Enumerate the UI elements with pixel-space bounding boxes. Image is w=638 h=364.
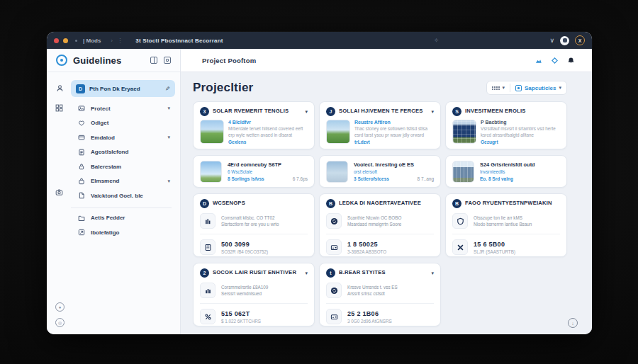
stat-card[interactable]: B LEDKA DI NAGERTAVEATIVEE Scanthie Ntcw… xyxy=(319,193,441,257)
mini-card[interactable]: S24 Grtsrlenlsfdt outd Invsrnteedlls Eo.… xyxy=(445,155,567,188)
chevron-down-icon[interactable]: ▾ xyxy=(305,109,308,115)
help-circle-icon[interactable]: ● xyxy=(55,302,65,312)
mini-card-value: 8 7..ang xyxy=(418,176,435,181)
project-card[interactable]: 3 SOLAR RVEMERIT TENGLIS ▾ 4 Blcldfvr Mr… xyxy=(193,101,315,149)
card-title: WCSENGPS xyxy=(213,200,308,206)
mini-card[interactable]: 4Erd eomneuby S6TP 6 WscSctale 8 Sorling… xyxy=(193,155,315,188)
stat-info-line1: Scanthie Ntcwin OC BOBO xyxy=(347,215,401,221)
sidebar-item-elmsmend[interactable]: Elmsmend ▾ xyxy=(47,174,180,189)
panel-icon[interactable] xyxy=(164,57,171,64)
mini-card-line2[interactable]: Eo. 8 Srd valng xyxy=(480,176,560,181)
close-window-button[interactable] xyxy=(54,38,59,43)
chevron-down-icon[interactable]: ▾ xyxy=(167,135,170,140)
view-toolbar: ▾ Sapcuticles ▾ xyxy=(486,81,568,95)
mini-card-line2[interactable]: 8 Sorlings lsfvss xyxy=(228,176,293,181)
shield-icon xyxy=(452,213,468,229)
mini-card[interactable]: Voolect. Inresitng oE ES orst elersoft 3… xyxy=(319,155,441,188)
cards-grid: 3 SOLAR RVEMERIT TENGLIS ▾ 4 Blcldfvr Mr… xyxy=(193,101,592,326)
chevron-down-icon[interactable]: ∨ xyxy=(549,37,554,44)
card-divider xyxy=(326,303,434,304)
sidebar-item-ibolefatigo[interactable]: Ibolefatigo xyxy=(47,225,180,240)
chevron-down-icon[interactable]: ▾ xyxy=(305,271,308,276)
cloud-upload-icon[interactable] xyxy=(535,57,542,64)
sidebar-item-odiget[interactable]: Odiget xyxy=(47,116,180,131)
stat-info-line2: Nlodo bsrrerrrn lantlue Bsaun xyxy=(474,221,532,227)
stat-card[interactable]: B FAOO RYUENTYESTNPWEIAKIN Otsszupe ton … xyxy=(445,193,567,257)
main-topbar: Project Pooftom xyxy=(181,49,592,72)
tab-action-icon[interactable]: ✧ xyxy=(434,37,440,44)
bell-icon[interactable] xyxy=(567,57,575,64)
sidebar: Guidelines D Pth Pon Dk Eryaed ✎ xyxy=(47,49,181,334)
stat-info-line1: Krssve Umsnds t. vss ES xyxy=(347,284,398,290)
browser-avatar-light[interactable] xyxy=(560,36,569,45)
card-link[interactable]: trLdzvt xyxy=(354,140,434,144)
sidebar-item-emdalod[interactable]: Emdalod ▾ xyxy=(47,130,180,145)
scroll-down-icon[interactable]: ↓ xyxy=(568,318,578,328)
settings-circle-icon[interactable]: ◎ xyxy=(55,318,65,327)
thumbnail-field xyxy=(200,120,224,144)
card-link[interactable]: Gexlens xyxy=(228,140,308,144)
stat-value: 15 6 5B00 xyxy=(474,241,515,248)
stat-info-line1: Otsszupe ton lie arr kMS xyxy=(474,215,532,221)
project-card[interactable]: J SOLLAI HJIVEMEN TE FERCES ▾ Reustre Af… xyxy=(319,101,441,149)
stat-card[interactable]: D WCSENGPS Comsmatt kllsbc. CO TT02 Slsr… xyxy=(193,193,315,257)
card-divider xyxy=(326,234,434,234)
card-divider xyxy=(452,234,560,234)
sidebar-item-agostlslefond[interactable]: Agostlslefond xyxy=(47,145,180,160)
chevron-down-icon[interactable]: ▾ xyxy=(431,109,434,115)
chevron-down-icon[interactable]: ▾ xyxy=(431,271,434,276)
card-title: INVESITMEEN EROLIS xyxy=(465,108,560,114)
pencil-icon[interactable]: ✎ xyxy=(165,86,170,92)
chevron-down-icon[interactable]: ▾ xyxy=(167,106,170,111)
bar-chart-icon xyxy=(200,283,216,298)
diamond-icon[interactable] xyxy=(551,57,559,64)
thumbnail-solar-panels xyxy=(452,120,476,144)
sidebar-item-balerestam[interactable]: Balerestam xyxy=(47,159,180,174)
stat-caption: 3-36B2A AB3SOTO xyxy=(347,249,386,254)
mini-card-title: Voolect. Inresitng oE ES xyxy=(354,161,434,168)
mini-card-title: 4Erd eomneuby S6TP xyxy=(228,161,308,168)
sidebar-divider xyxy=(71,207,172,208)
card-link[interactable]: Gezugrt xyxy=(481,140,560,144)
project-card[interactable]: S INVESITMEEN EROLIS P Bacbting Vsrsdtau… xyxy=(445,101,567,149)
mini-card-line2[interactable]: 3 Sctlerofstcess xyxy=(354,176,418,181)
dots-grid-icon xyxy=(492,86,500,90)
stat-value: 515 062T xyxy=(221,310,261,317)
specifics-button[interactable]: Sapcuticles ▾ xyxy=(515,85,561,91)
folder-icon xyxy=(78,215,85,222)
grid-view-button[interactable]: ▾ xyxy=(492,85,505,91)
card-subtitle: P Bacbting xyxy=(481,120,560,125)
document-icon xyxy=(78,149,85,156)
picture-icon xyxy=(78,105,85,112)
sidebar-item-active[interactable]: D Pth Pon Dk Eryaed ✎ xyxy=(71,80,175,97)
tag-icon xyxy=(78,229,85,236)
cross-icon xyxy=(452,239,468,255)
chevron-down-icon[interactable]: ▾ xyxy=(167,178,170,184)
empty-grid-cell xyxy=(445,263,567,326)
browser-tab-title[interactable]: 3t Stocti Pbostnnact Becorrant xyxy=(135,38,223,44)
layout-split-icon[interactable] xyxy=(150,57,157,64)
minimize-window-button[interactable] xyxy=(63,38,68,43)
mini-card-line1: orst elersoft xyxy=(354,169,434,174)
sidebar-item-label: Pth Pon Dk Eryaed xyxy=(89,86,161,92)
browser-avatar-orange[interactable]: X xyxy=(575,35,585,45)
browser-titlebar: | Mods › ⋮ 3t Stocti Pbostnnact Becorran… xyxy=(47,32,592,49)
topbar-title: Project Pooftom xyxy=(202,57,535,64)
heart-icon xyxy=(78,120,85,127)
stat-card[interactable]: t B.REAR STYITES ▾ Krssve Umsnds t. vss … xyxy=(319,263,441,326)
page-icon xyxy=(78,192,85,199)
sidebar-item-protect[interactable]: Protect ▾ xyxy=(47,101,180,116)
card-title: SOLLAI HJIVEMEN TE FERCES xyxy=(339,108,427,114)
thumbnail-field xyxy=(326,120,350,144)
stat-info-line1: Corsmmelrsrtle £8A109 xyxy=(221,284,268,290)
card-title: SOCOK LAIR RUSIT ENHTIVER xyxy=(213,270,301,275)
sidebar-item-vaicktond[interactable]: Vaicktond Goel. ble xyxy=(47,188,180,203)
card-badge: J xyxy=(326,107,335,116)
lock-icon xyxy=(78,163,85,170)
browser-menu-label[interactable]: | Mods xyxy=(83,38,101,44)
stat-caption: SO32R /B4 09CO3752) xyxy=(221,249,268,254)
stat-card[interactable]: 2 SOCOK LAIR RUSIT ENHTIVER ▾ Corsmmelrs… xyxy=(193,263,315,326)
card-title: FAOO RYUENTYESTNPWEIAKIN xyxy=(465,200,560,206)
sidebar-item-aetis-fedder[interactable]: Aetis Fedder xyxy=(47,211,180,226)
card-badge: D xyxy=(200,199,209,208)
